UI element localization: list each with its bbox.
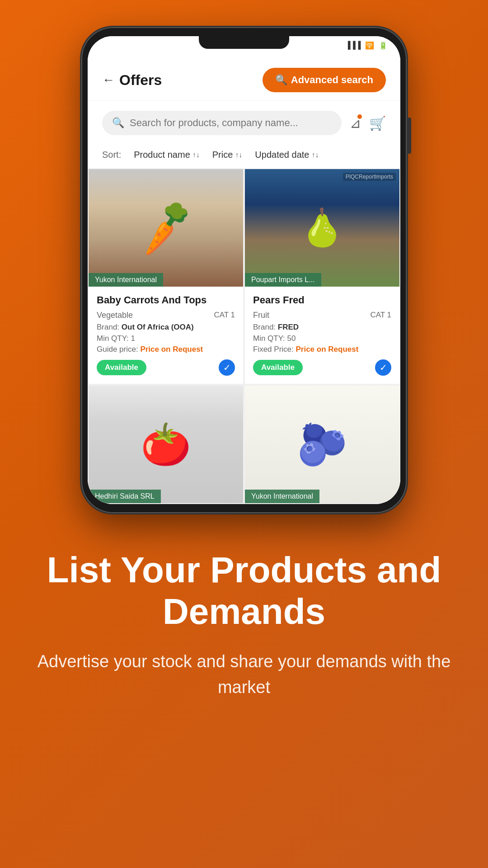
sort-price[interactable]: Price ↑↓ xyxy=(212,150,243,160)
product-footer-pears: Available ✓ xyxy=(253,359,391,376)
product-image-wrapper-figs: Yukon International xyxy=(245,386,399,503)
available-badge-carrots: Available xyxy=(97,360,146,375)
search-input[interactable] xyxy=(130,117,332,129)
watermark-pears: PIQCReportImports xyxy=(343,173,396,181)
product-category-row-carrots: Vegetable CAT 1 xyxy=(97,311,235,320)
product-brand-pears: Brand: FRED xyxy=(253,323,391,332)
product-info-pears: Pears Fred Fruit CAT 1 Brand: FRED Min Q… xyxy=(245,287,399,384)
products-grid: Yukon International Baby Carrots And Top… xyxy=(88,168,400,504)
product-brand-carrots: Brand: Out Of Africa (OOA) xyxy=(97,323,235,332)
app-header: ← Offers 🔍 Advanced search xyxy=(88,54,400,101)
product-card-figs[interactable]: Yukon International xyxy=(245,386,399,503)
search-icon: 🔍 xyxy=(275,74,287,86)
phone-frame: ▐▐▐ 🛜 🔋 ← Offers 🔍 Advanced search xyxy=(81,27,407,513)
sort-label: Sort: xyxy=(102,150,121,160)
product-card-baby-carrots[interactable]: Yukon International Baby Carrots And Top… xyxy=(89,169,243,384)
promo-title: List Your Products and Demands xyxy=(27,549,461,632)
product-card-tomatoes[interactable]: Hedhiri Saida SRL xyxy=(89,386,243,503)
company-badge-pears: Poupart Imports L... xyxy=(245,273,321,287)
search-input-wrapper[interactable]: 🔍 xyxy=(102,111,342,135)
product-image-pears xyxy=(245,169,399,287)
product-image-wrapper: Yukon International xyxy=(89,169,243,287)
sort-updated-date-arrows: ↑↓ xyxy=(311,151,319,159)
sort-updated-date[interactable]: Updated date ↑↓ xyxy=(255,150,319,160)
product-name-pears: Pears Fred xyxy=(253,294,391,307)
header-title: Offers xyxy=(119,72,162,89)
company-badge-tomatoes: Hedhiri Saida SRL xyxy=(89,490,161,503)
promo-section: List Your Products and Demands Advertise… xyxy=(0,513,488,745)
back-nav[interactable]: ← Offers xyxy=(102,72,162,89)
product-name-carrots: Baby Carrots And Tops xyxy=(97,294,235,307)
sort-product-name[interactable]: Product name ↑↓ xyxy=(134,150,200,160)
sort-product-name-arrows: ↑↓ xyxy=(192,151,200,159)
product-info-carrots: Baby Carrots And Tops Vegetable CAT 1 Br… xyxy=(89,287,243,384)
battery-icon: 🔋 xyxy=(379,41,388,50)
product-image-figs xyxy=(245,386,399,503)
phone-notch xyxy=(199,36,289,49)
product-price-pears: Fixed Price: Price on Request xyxy=(253,345,391,354)
product-qty-carrots: Min QTY: 1 xyxy=(97,334,235,343)
phone-screen: ▐▐▐ 🛜 🔋 ← Offers 🔍 Advanced search xyxy=(88,36,400,504)
advanced-search-button[interactable]: 🔍 Advanced search xyxy=(263,68,386,92)
product-price-carrots: Guide price: Price on Request xyxy=(97,345,235,354)
available-badge-pears: Available xyxy=(253,360,303,375)
cart-icon[interactable]: 🛒 xyxy=(369,115,386,131)
app-content: ▐▐▐ 🛜 🔋 ← Offers 🔍 Advanced search xyxy=(88,36,400,504)
sort-price-arrows: ↑↓ xyxy=(235,151,242,159)
sort-price-label: Price xyxy=(212,150,233,160)
filter-active-dot xyxy=(357,114,362,119)
product-qty-pears: Min QTY: 50 xyxy=(253,334,391,343)
product-card-pears[interactable]: Poupart Imports L... PIQCReportImports P… xyxy=(245,169,399,384)
product-image-wrapper-tomatoes: Hedhiri Saida SRL xyxy=(89,386,243,503)
product-image-wrapper-pears: Poupart Imports L... PIQCReportImports xyxy=(245,169,399,287)
filter-icon[interactable]: ⊿ xyxy=(350,115,361,131)
verified-badge-carrots: ✓ xyxy=(219,359,235,376)
product-cat-carrots: CAT 1 xyxy=(214,311,235,320)
promo-subtitle: Advertise your stock and share your dema… xyxy=(27,649,461,700)
signal-icon: ▐▐▐ xyxy=(345,41,361,49)
back-arrow-icon: ← xyxy=(102,73,115,87)
sort-updated-date-label: Updated date xyxy=(255,150,309,160)
verified-badge-pears: ✓ xyxy=(375,359,391,376)
sort-bar: Sort: Product name ↑↓ Price ↑↓ Updated d… xyxy=(88,145,400,168)
company-badge-carrots: Yukon International xyxy=(89,273,163,287)
product-image-carrots xyxy=(89,169,243,287)
product-cat-pears: CAT 1 xyxy=(370,311,391,320)
wifi-icon: 🛜 xyxy=(365,41,374,50)
search-section: 🔍 ⊿ 🛒 xyxy=(88,101,400,145)
product-category-pears: Fruit xyxy=(253,311,269,320)
search-input-icon: 🔍 xyxy=(112,117,124,129)
product-footer-carrots: Available ✓ xyxy=(97,359,235,376)
product-category-carrots: Vegetable xyxy=(97,311,133,320)
status-icons: ▐▐▐ 🛜 🔋 xyxy=(345,41,388,50)
product-category-row-pears: Fruit CAT 1 xyxy=(253,311,391,320)
sort-product-name-label: Product name xyxy=(134,150,190,160)
company-badge-figs: Yukon International xyxy=(245,490,319,503)
advanced-search-label: Advanced search xyxy=(291,74,373,86)
phone-mockup: ▐▐▐ 🛜 🔋 ← Offers 🔍 Advanced search xyxy=(81,27,407,513)
product-image-tomatoes xyxy=(89,386,243,503)
